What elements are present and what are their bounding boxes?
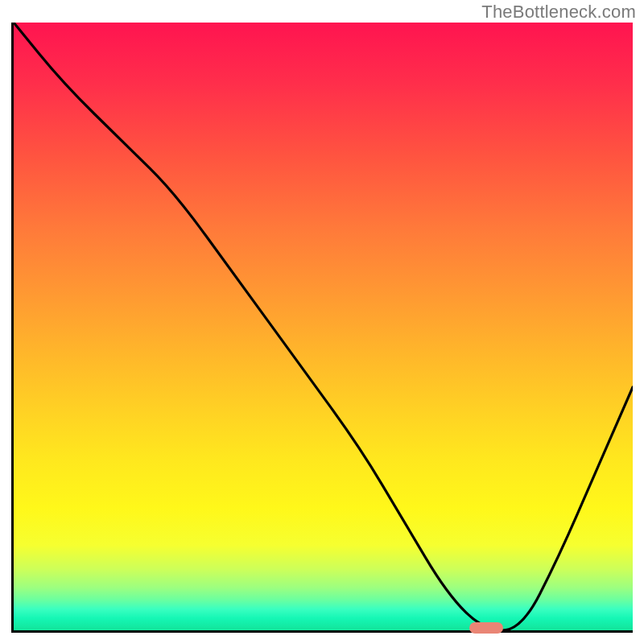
watermark-text: TheBottleneck.com	[481, 2, 636, 23]
chart-curve-svg	[14, 23, 633, 630]
bottleneck-curve	[14, 23, 633, 630]
optimal-marker	[469, 622, 503, 634]
chart-plot-area	[11, 23, 633, 633]
